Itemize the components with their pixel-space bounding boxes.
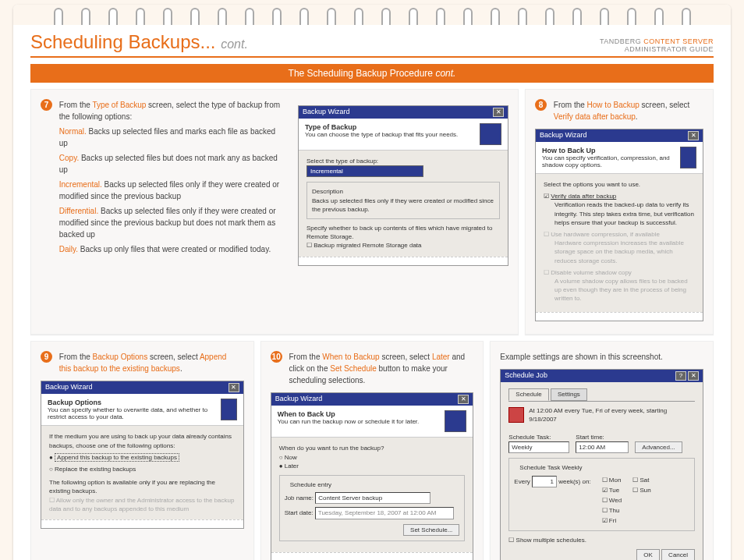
backup-options-dialog: Backup Wizard✕ Backup OptionsYou can spe… (41, 381, 244, 529)
help-icon[interactable]: ? (675, 371, 686, 381)
step-7-card: 7 From the Type of Backup screen, select… (30, 89, 519, 335)
cancel-button[interactable]: Cancel (661, 549, 695, 560)
doc-label: TANDBERG CONTENT SERVER ADMINISTRATOR GU… (600, 37, 714, 53)
step-number-7: 7 (41, 99, 52, 111)
every-weeks-field[interactable]: 1 (532, 476, 557, 487)
append-backup-radio[interactable]: Append this backup to the existing backu… (49, 453, 236, 462)
disable-shadow-checkbox: Disable volume shadow copy (544, 269, 632, 276)
close-icon[interactable]: ✕ (688, 131, 699, 140)
close-icon[interactable]: ✕ (229, 383, 239, 392)
job-name-field[interactable]: Content Server backup (315, 492, 430, 504)
day-fri[interactable]: Fri (602, 516, 622, 525)
step-11-card: Example settings are shown in this scree… (490, 341, 714, 560)
step-number-10: 10 (271, 351, 282, 363)
type-of-backup-dialog: Backup Wizard✕ Type of BackupYou can cho… (298, 105, 508, 266)
run-later-radio[interactable]: Later (279, 462, 466, 470)
wizard-icon (480, 123, 501, 145)
owner-access-checkbox: Allow only the owner and the Administrat… (49, 496, 236, 513)
day-sat[interactable]: Sat (632, 476, 650, 484)
run-now-radio[interactable]: Now (279, 453, 466, 462)
close-icon[interactable]: ✕ (688, 371, 699, 381)
backup-type-dropdown[interactable]: Incremental (306, 165, 423, 177)
schedule-task-select[interactable]: Weekly (508, 441, 569, 453)
start-time-field[interactable]: 12:00 AM (576, 441, 629, 453)
settings-tab[interactable]: Settings (551, 388, 587, 400)
schedule-job-dialog: Schedule Job?✕ Schedule Settings At 12:0… (500, 369, 703, 560)
page-title: Scheduling Backups... cont. (30, 31, 248, 53)
step-number-9: 9 (41, 351, 52, 363)
close-icon[interactable]: ✕ (458, 395, 469, 404)
step-8-card: 8 From the How to Backup screen, select … (525, 89, 714, 335)
how-to-backup-dialog: Backup Wizard✕ How to Back UpYou can spe… (535, 129, 703, 321)
close-icon[interactable]: ✕ (493, 108, 504, 117)
day-thu[interactable]: Thu (602, 506, 622, 515)
step-9-card: 9 From the Backup Options screen, select… (30, 341, 254, 560)
start-date-field: Tuesday, September 18, 2007 at 12:00 AM (315, 507, 454, 519)
show-multiple-checkbox[interactable]: Show multiple schedules. (508, 536, 695, 544)
day-mon[interactable]: Mon (602, 476, 622, 484)
replace-backup-radio[interactable]: Replace the existing backups (49, 465, 236, 473)
when-to-backup-dialog: Backup Wizard✕ When to Back UpYou can ru… (271, 392, 474, 560)
schedule-tab[interactable]: Schedule (508, 388, 548, 400)
section-band: The Scheduling Backup Procedure cont. (30, 64, 714, 83)
step-10-card: 10 From the When to Backup screen, selec… (260, 341, 484, 560)
day-sun[interactable]: Sun (632, 486, 650, 494)
wizard-icon (221, 399, 237, 420)
spiral-binding (13, 5, 731, 25)
set-schedule-button[interactable]: Set Schedule... (403, 524, 459, 536)
wizard-icon (445, 410, 466, 432)
ok-button[interactable]: OK (636, 549, 660, 560)
verify-data-checkbox[interactable]: Verify data after backup (544, 193, 616, 200)
advanced-button[interactable]: Advanced... (635, 441, 682, 453)
step-number-8: 8 (535, 99, 547, 111)
day-tue[interactable]: Tue (602, 486, 622, 494)
day-wed[interactable]: Wed (602, 496, 622, 505)
calendar-icon (508, 407, 524, 423)
hw-compression-checkbox: Use hardware compression, if available (544, 231, 660, 238)
remote-storage-checkbox[interactable]: Backup migrated Remote Storage data (306, 241, 500, 250)
wizard-icon (680, 147, 696, 168)
